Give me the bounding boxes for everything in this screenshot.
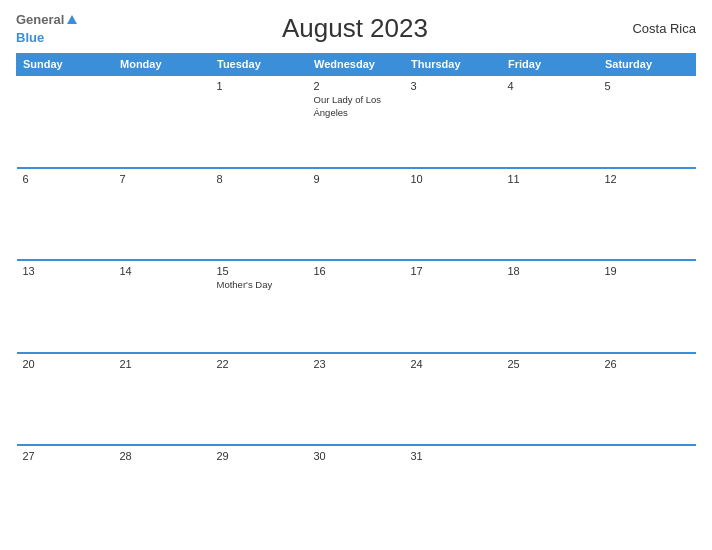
day-number: 26 bbox=[605, 358, 690, 370]
table-row: 22 bbox=[211, 353, 308, 446]
day-number: 29 bbox=[217, 450, 302, 462]
country-label: Costa Rica bbox=[632, 21, 696, 36]
day-number: 10 bbox=[411, 173, 496, 185]
col-friday: Friday bbox=[502, 54, 599, 76]
day-number: 23 bbox=[314, 358, 399, 370]
table-row: 28 bbox=[114, 445, 211, 538]
day-number: 20 bbox=[23, 358, 108, 370]
table-row: 2Our Lady of Los Ángeles bbox=[308, 75, 405, 168]
table-row: 12 bbox=[599, 168, 696, 261]
table-row: 5 bbox=[599, 75, 696, 168]
calendar-week-row: 12Our Lady of Los Ángeles345 bbox=[17, 75, 696, 168]
table-row: 7 bbox=[114, 168, 211, 261]
table-row bbox=[502, 445, 599, 538]
day-number: 8 bbox=[217, 173, 302, 185]
day-number: 12 bbox=[605, 173, 690, 185]
day-number: 14 bbox=[120, 265, 205, 277]
table-row: 20 bbox=[17, 353, 114, 446]
day-number: 15 bbox=[217, 265, 302, 277]
table-row: 30 bbox=[308, 445, 405, 538]
day-number: 11 bbox=[508, 173, 593, 185]
table-row: 1 bbox=[211, 75, 308, 168]
table-row: 31 bbox=[405, 445, 502, 538]
day-number: 9 bbox=[314, 173, 399, 185]
calendar-week-row: 20212223242526 bbox=[17, 353, 696, 446]
table-row: 18 bbox=[502, 260, 599, 353]
day-number: 2 bbox=[314, 80, 399, 92]
table-row: 6 bbox=[17, 168, 114, 261]
table-row bbox=[17, 75, 114, 168]
table-row: 4 bbox=[502, 75, 599, 168]
weekday-header-row: Sunday Monday Tuesday Wednesday Thursday… bbox=[17, 54, 696, 76]
col-sunday: Sunday bbox=[17, 54, 114, 76]
day-number: 31 bbox=[411, 450, 496, 462]
calendar-title: August 2023 bbox=[282, 13, 428, 44]
calendar-page: GeneralBlue August 2023 Costa Rica Sunda… bbox=[0, 0, 712, 550]
table-row: 29 bbox=[211, 445, 308, 538]
day-number: 24 bbox=[411, 358, 496, 370]
day-number: 25 bbox=[508, 358, 593, 370]
calendar-table: Sunday Monday Tuesday Wednesday Thursday… bbox=[16, 53, 696, 538]
day-number: 22 bbox=[217, 358, 302, 370]
table-row: 25 bbox=[502, 353, 599, 446]
table-row bbox=[599, 445, 696, 538]
table-row: 19 bbox=[599, 260, 696, 353]
table-row: 17 bbox=[405, 260, 502, 353]
day-number: 1 bbox=[217, 80, 302, 92]
day-number: 3 bbox=[411, 80, 496, 92]
table-row: 8 bbox=[211, 168, 308, 261]
col-monday: Monday bbox=[114, 54, 211, 76]
day-number: 30 bbox=[314, 450, 399, 462]
day-number: 27 bbox=[23, 450, 108, 462]
day-number: 21 bbox=[120, 358, 205, 370]
day-number: 5 bbox=[605, 80, 690, 92]
col-thursday: Thursday bbox=[405, 54, 502, 76]
day-number: 28 bbox=[120, 450, 205, 462]
header: GeneralBlue August 2023 Costa Rica bbox=[16, 12, 696, 45]
table-row: 11 bbox=[502, 168, 599, 261]
day-number: 6 bbox=[23, 173, 108, 185]
table-row: 9 bbox=[308, 168, 405, 261]
day-number: 17 bbox=[411, 265, 496, 277]
col-saturday: Saturday bbox=[599, 54, 696, 76]
calendar-week-row: 6789101112 bbox=[17, 168, 696, 261]
calendar-week-row: 2728293031 bbox=[17, 445, 696, 538]
table-row: 27 bbox=[17, 445, 114, 538]
event-label: Our Lady of Los Ángeles bbox=[314, 94, 399, 119]
calendar-week-row: 131415Mother's Day16171819 bbox=[17, 260, 696, 353]
table-row: 10 bbox=[405, 168, 502, 261]
day-number: 7 bbox=[120, 173, 205, 185]
day-number: 16 bbox=[314, 265, 399, 277]
table-row: 21 bbox=[114, 353, 211, 446]
event-label: Mother's Day bbox=[217, 279, 302, 291]
table-row: 13 bbox=[17, 260, 114, 353]
table-row bbox=[114, 75, 211, 168]
logo: GeneralBlue bbox=[16, 12, 77, 45]
day-number: 18 bbox=[508, 265, 593, 277]
col-tuesday: Tuesday bbox=[211, 54, 308, 76]
table-row: 16 bbox=[308, 260, 405, 353]
day-number: 4 bbox=[508, 80, 593, 92]
table-row: 15Mother's Day bbox=[211, 260, 308, 353]
table-row: 26 bbox=[599, 353, 696, 446]
day-number: 13 bbox=[23, 265, 108, 277]
col-wednesday: Wednesday bbox=[308, 54, 405, 76]
table-row: 24 bbox=[405, 353, 502, 446]
table-row: 3 bbox=[405, 75, 502, 168]
table-row: 14 bbox=[114, 260, 211, 353]
table-row: 23 bbox=[308, 353, 405, 446]
day-number: 19 bbox=[605, 265, 690, 277]
